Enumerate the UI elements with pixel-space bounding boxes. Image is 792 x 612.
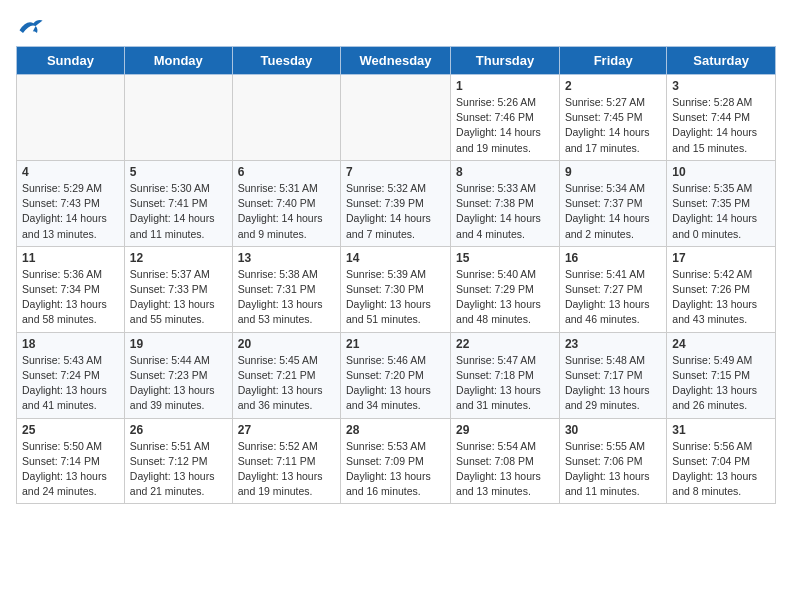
day-number: 9 <box>565 165 661 179</box>
calendar-day-cell <box>17 75 125 161</box>
calendar-day-cell: 28Sunrise: 5:53 AM Sunset: 7:09 PM Dayli… <box>341 418 451 504</box>
day-number: 30 <box>565 423 661 437</box>
calendar-day-cell: 15Sunrise: 5:40 AM Sunset: 7:29 PM Dayli… <box>451 246 560 332</box>
day-info: Sunrise: 5:52 AM Sunset: 7:11 PM Dayligh… <box>238 439 335 500</box>
calendar-week-row: 1Sunrise: 5:26 AM Sunset: 7:46 PM Daylig… <box>17 75 776 161</box>
calendar-week-row: 25Sunrise: 5:50 AM Sunset: 7:14 PM Dayli… <box>17 418 776 504</box>
calendar-day-cell: 4Sunrise: 5:29 AM Sunset: 7:43 PM Daylig… <box>17 160 125 246</box>
day-number: 14 <box>346 251 445 265</box>
day-number: 26 <box>130 423 227 437</box>
day-number: 10 <box>672 165 770 179</box>
calendar-day-cell: 26Sunrise: 5:51 AM Sunset: 7:12 PM Dayli… <box>124 418 232 504</box>
day-info: Sunrise: 5:54 AM Sunset: 7:08 PM Dayligh… <box>456 439 554 500</box>
day-number: 28 <box>346 423 445 437</box>
calendar-day-cell: 31Sunrise: 5:56 AM Sunset: 7:04 PM Dayli… <box>667 418 776 504</box>
calendar-week-row: 4Sunrise: 5:29 AM Sunset: 7:43 PM Daylig… <box>17 160 776 246</box>
day-number: 17 <box>672 251 770 265</box>
day-number: 27 <box>238 423 335 437</box>
day-number: 29 <box>456 423 554 437</box>
calendar-day-cell: 12Sunrise: 5:37 AM Sunset: 7:33 PM Dayli… <box>124 246 232 332</box>
calendar-day-cell: 8Sunrise: 5:33 AM Sunset: 7:38 PM Daylig… <box>451 160 560 246</box>
calendar-day-cell: 10Sunrise: 5:35 AM Sunset: 7:35 PM Dayli… <box>667 160 776 246</box>
calendar-day-cell: 29Sunrise: 5:54 AM Sunset: 7:08 PM Dayli… <box>451 418 560 504</box>
day-info: Sunrise: 5:55 AM Sunset: 7:06 PM Dayligh… <box>565 439 661 500</box>
day-number: 5 <box>130 165 227 179</box>
day-number: 2 <box>565 79 661 93</box>
calendar-day-cell: 13Sunrise: 5:38 AM Sunset: 7:31 PM Dayli… <box>232 246 340 332</box>
day-info: Sunrise: 5:45 AM Sunset: 7:21 PM Dayligh… <box>238 353 335 414</box>
day-info: Sunrise: 5:44 AM Sunset: 7:23 PM Dayligh… <box>130 353 227 414</box>
day-info: Sunrise: 5:49 AM Sunset: 7:15 PM Dayligh… <box>672 353 770 414</box>
calendar-day-cell: 11Sunrise: 5:36 AM Sunset: 7:34 PM Dayli… <box>17 246 125 332</box>
calendar-day-cell: 20Sunrise: 5:45 AM Sunset: 7:21 PM Dayli… <box>232 332 340 418</box>
day-number: 3 <box>672 79 770 93</box>
calendar-day-cell: 7Sunrise: 5:32 AM Sunset: 7:39 PM Daylig… <box>341 160 451 246</box>
calendar-day-cell <box>124 75 232 161</box>
day-info: Sunrise: 5:50 AM Sunset: 7:14 PM Dayligh… <box>22 439 119 500</box>
calendar-header-row: SundayMondayTuesdayWednesdayThursdayFrid… <box>17 47 776 75</box>
day-info: Sunrise: 5:30 AM Sunset: 7:41 PM Dayligh… <box>130 181 227 242</box>
day-info: Sunrise: 5:40 AM Sunset: 7:29 PM Dayligh… <box>456 267 554 328</box>
day-number: 1 <box>456 79 554 93</box>
calendar-day-cell <box>341 75 451 161</box>
day-number: 15 <box>456 251 554 265</box>
day-info: Sunrise: 5:32 AM Sunset: 7:39 PM Dayligh… <box>346 181 445 242</box>
calendar-day-cell <box>232 75 340 161</box>
day-info: Sunrise: 5:53 AM Sunset: 7:09 PM Dayligh… <box>346 439 445 500</box>
calendar-day-cell: 19Sunrise: 5:44 AM Sunset: 7:23 PM Dayli… <box>124 332 232 418</box>
day-number: 12 <box>130 251 227 265</box>
page-header <box>16 16 776 36</box>
calendar-table: SundayMondayTuesdayWednesdayThursdayFrid… <box>16 46 776 504</box>
calendar-col-header: Wednesday <box>341 47 451 75</box>
day-info: Sunrise: 5:31 AM Sunset: 7:40 PM Dayligh… <box>238 181 335 242</box>
day-number: 21 <box>346 337 445 351</box>
day-info: Sunrise: 5:34 AM Sunset: 7:37 PM Dayligh… <box>565 181 661 242</box>
calendar-col-header: Saturday <box>667 47 776 75</box>
logo-bird-icon <box>16 16 44 36</box>
day-info: Sunrise: 5:29 AM Sunset: 7:43 PM Dayligh… <box>22 181 119 242</box>
day-number: 19 <box>130 337 227 351</box>
calendar-day-cell: 2Sunrise: 5:27 AM Sunset: 7:45 PM Daylig… <box>559 75 666 161</box>
day-info: Sunrise: 5:36 AM Sunset: 7:34 PM Dayligh… <box>22 267 119 328</box>
day-number: 23 <box>565 337 661 351</box>
day-info: Sunrise: 5:43 AM Sunset: 7:24 PM Dayligh… <box>22 353 119 414</box>
day-info: Sunrise: 5:42 AM Sunset: 7:26 PM Dayligh… <box>672 267 770 328</box>
calendar-day-cell: 30Sunrise: 5:55 AM Sunset: 7:06 PM Dayli… <box>559 418 666 504</box>
calendar-day-cell: 21Sunrise: 5:46 AM Sunset: 7:20 PM Dayli… <box>341 332 451 418</box>
calendar-day-cell: 18Sunrise: 5:43 AM Sunset: 7:24 PM Dayli… <box>17 332 125 418</box>
day-info: Sunrise: 5:56 AM Sunset: 7:04 PM Dayligh… <box>672 439 770 500</box>
day-info: Sunrise: 5:38 AM Sunset: 7:31 PM Dayligh… <box>238 267 335 328</box>
day-info: Sunrise: 5:51 AM Sunset: 7:12 PM Dayligh… <box>130 439 227 500</box>
day-info: Sunrise: 5:28 AM Sunset: 7:44 PM Dayligh… <box>672 95 770 156</box>
day-number: 25 <box>22 423 119 437</box>
day-info: Sunrise: 5:33 AM Sunset: 7:38 PM Dayligh… <box>456 181 554 242</box>
day-number: 16 <box>565 251 661 265</box>
logo <box>16 16 48 36</box>
calendar-day-cell: 14Sunrise: 5:39 AM Sunset: 7:30 PM Dayli… <box>341 246 451 332</box>
calendar-day-cell: 23Sunrise: 5:48 AM Sunset: 7:17 PM Dayli… <box>559 332 666 418</box>
calendar-day-cell: 6Sunrise: 5:31 AM Sunset: 7:40 PM Daylig… <box>232 160 340 246</box>
day-info: Sunrise: 5:26 AM Sunset: 7:46 PM Dayligh… <box>456 95 554 156</box>
calendar-day-cell: 16Sunrise: 5:41 AM Sunset: 7:27 PM Dayli… <box>559 246 666 332</box>
day-info: Sunrise: 5:41 AM Sunset: 7:27 PM Dayligh… <box>565 267 661 328</box>
calendar-col-header: Friday <box>559 47 666 75</box>
day-number: 18 <box>22 337 119 351</box>
calendar-col-header: Tuesday <box>232 47 340 75</box>
calendar-week-row: 18Sunrise: 5:43 AM Sunset: 7:24 PM Dayli… <box>17 332 776 418</box>
day-info: Sunrise: 5:27 AM Sunset: 7:45 PM Dayligh… <box>565 95 661 156</box>
calendar-day-cell: 25Sunrise: 5:50 AM Sunset: 7:14 PM Dayli… <box>17 418 125 504</box>
day-number: 22 <box>456 337 554 351</box>
calendar-col-header: Monday <box>124 47 232 75</box>
calendar-day-cell: 24Sunrise: 5:49 AM Sunset: 7:15 PM Dayli… <box>667 332 776 418</box>
day-info: Sunrise: 5:37 AM Sunset: 7:33 PM Dayligh… <box>130 267 227 328</box>
day-number: 31 <box>672 423 770 437</box>
day-number: 11 <box>22 251 119 265</box>
day-info: Sunrise: 5:48 AM Sunset: 7:17 PM Dayligh… <box>565 353 661 414</box>
calendar-col-header: Thursday <box>451 47 560 75</box>
calendar-day-cell: 3Sunrise: 5:28 AM Sunset: 7:44 PM Daylig… <box>667 75 776 161</box>
day-number: 24 <box>672 337 770 351</box>
day-info: Sunrise: 5:35 AM Sunset: 7:35 PM Dayligh… <box>672 181 770 242</box>
calendar-day-cell: 27Sunrise: 5:52 AM Sunset: 7:11 PM Dayli… <box>232 418 340 504</box>
day-number: 7 <box>346 165 445 179</box>
calendar-day-cell: 17Sunrise: 5:42 AM Sunset: 7:26 PM Dayli… <box>667 246 776 332</box>
